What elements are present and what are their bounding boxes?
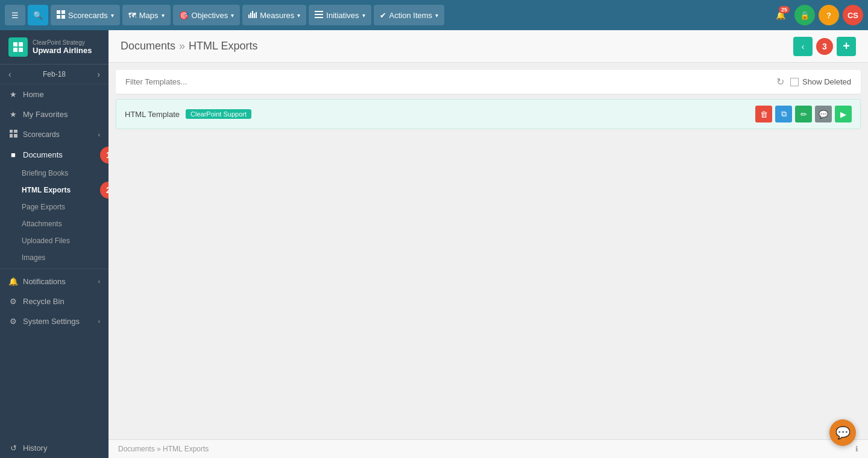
svg-rect-17 — [14, 130, 17, 133]
main-header: Documents » HTML Exports ‹ 3 + — [108, 30, 868, 63]
scorecards-icon — [57, 10, 65, 21]
svg-rect-4 — [248, 14, 250, 18]
sidebar-favorites-label: My Favorites — [23, 110, 68, 119]
action-items-nav-button[interactable]: ✔ Action Items ▾ — [374, 5, 445, 25]
maps-nav-label: Maps — [139, 11, 159, 20]
svg-rect-11 — [315, 17, 323, 18]
lock-button[interactable]: 🔒 — [794, 5, 815, 25]
sidebar-item-scorecards[interactable]: Scorecards ‹ — [0, 124, 108, 145]
initiatives-dropdown-icon: ▾ — [362, 12, 365, 19]
documents-icon: ■ — [8, 150, 18, 159]
template-name: HTML Template — [125, 110, 180, 119]
action-items-dropdown-icon: ▾ — [435, 12, 438, 19]
scorecards-collapse-icon: ‹ — [98, 132, 100, 138]
scorecards-nav-label: Scorecards — [68, 11, 108, 20]
user-initials: CS — [848, 11, 858, 20]
annotation-3: 3 — [816, 38, 833, 55]
sidebar-item-system-settings[interactable]: ⚙ System Settings ‹ — [0, 311, 108, 331]
footer-breadcrumb-html-exports: HTML Exports — [163, 445, 209, 453]
footer-breadcrumb: Documents » HTML Exports — [118, 445, 209, 453]
show-deleted-area: Show Deleted — [790, 77, 851, 86]
delete-template-button[interactable]: 🗑 — [755, 106, 772, 122]
period-label: Feb-18 — [43, 70, 66, 78]
preview-template-button[interactable]: 💬 — [815, 106, 832, 122]
sidebar-item-uploaded-files[interactable]: Uploaded Files — [0, 232, 108, 249]
sidebar-system-settings-label: System Settings — [23, 317, 80, 326]
objectives-nav-label: Objectives — [192, 11, 228, 20]
filter-bar: ↻ Show Deleted — [116, 70, 861, 94]
period-next-arrow[interactable]: › — [97, 69, 100, 79]
svg-rect-18 — [10, 134, 13, 138]
sidebar-item-documents[interactable]: ■ Documents 1 — [0, 145, 108, 165]
history-icon: ↺ — [8, 444, 18, 453]
run-template-button[interactable]: ▶ — [835, 106, 852, 122]
sidebar-item-history[interactable]: ↺ History — [0, 438, 108, 458]
maps-icon: 🗺 — [128, 11, 136, 20]
header-actions: ‹ 3 + — [793, 37, 856, 56]
svg-rect-8 — [256, 12, 257, 18]
svg-rect-2 — [57, 15, 60, 19]
annotation-1: 1 — [100, 147, 108, 164]
objectives-nav-button[interactable]: 🎯 Objectives ▾ — [173, 5, 241, 25]
copy-template-button[interactable]: ⧉ — [775, 106, 792, 122]
initiatives-nav-button[interactable]: Initiatives ▾ — [309, 5, 371, 25]
footer-breadcrumb-separator: » — [157, 445, 161, 453]
svg-rect-13 — [19, 42, 23, 46]
scorecards-nav-button[interactable]: Scorecards ▾ — [51, 5, 120, 25]
notifications-button[interactable]: 🔔 25 — [770, 5, 791, 25]
svg-rect-5 — [250, 13, 251, 18]
sidebar-scorecards-label: Scorecards — [23, 130, 60, 139]
action-items-icon: ✔ — [380, 11, 386, 20]
user-avatar-button[interactable]: CS — [843, 5, 863, 25]
measures-icon — [248, 11, 257, 20]
sidebar-item-home[interactable]: ★ Home — [0, 84, 108, 104]
sidebar-item-page-exports[interactable]: Page Exports — [0, 199, 108, 215]
template-actions: 🗑 ⧉ ✏ 💬 ▶ — [755, 106, 852, 122]
notification-badge: 25 — [779, 6, 790, 13]
refresh-icon[interactable]: ↻ — [776, 76, 784, 87]
help-icon: ? — [826, 11, 831, 20]
sidebar-item-attachments[interactable]: Attachments — [0, 215, 108, 232]
filter-input[interactable] — [125, 77, 770, 86]
action-items-nav-label: Action Items — [389, 11, 433, 20]
top-navigation: ☰ 🔍 Scorecards ▾ 🗺 Maps ▾ 🎯 Objectives ▾… — [0, 0, 868, 30]
sidebar-item-html-exports[interactable]: HTML Exports — [0, 182, 108, 199]
footer-breadcrumb-documents: Documents — [118, 445, 155, 453]
system-settings-collapse-icon: ‹ — [98, 318, 100, 325]
sidebar-documents-label: Documents — [23, 150, 63, 159]
initiatives-nav-label: Initiatives — [326, 11, 359, 20]
main-content: Documents » HTML Exports ‹ 3 + ↻ Show De… — [108, 30, 868, 458]
sidebar-item-briefing-books[interactable]: Briefing Books — [0, 165, 108, 182]
search-button[interactable]: 🔍 — [28, 5, 48, 25]
objectives-dropdown-icon: ▾ — [231, 12, 234, 19]
menu-button[interactable]: ☰ — [5, 5, 25, 25]
sidebar-item-images[interactable]: Images — [0, 249, 108, 266]
svg-rect-1 — [61, 10, 65, 14]
svg-rect-3 — [61, 15, 65, 19]
svg-rect-14 — [13, 48, 17, 52]
notifications-sidebar-icon: 🔔 — [8, 277, 18, 286]
edit-template-button[interactable]: ✏ — [795, 106, 812, 122]
measures-nav-label: Measures — [260, 11, 294, 20]
breadcrumb: Documents » HTML Exports — [121, 40, 257, 52]
scorecards-sidebar-icon — [8, 130, 18, 139]
period-prev-arrow[interactable]: ‹ — [8, 69, 11, 79]
template-tag: ClearPoint Support — [186, 109, 251, 119]
svg-rect-7 — [254, 13, 255, 18]
show-deleted-checkbox[interactable] — [790, 78, 799, 86]
sidebar-item-favorites[interactable]: ★ My Favorites — [0, 104, 108, 124]
sidebar-home-label: Home — [23, 90, 44, 99]
sidebar-item-notifications[interactable]: 🔔 Notifications ‹ — [0, 272, 108, 291]
logo-clearpoint: ClearPoint Strategy — [33, 39, 92, 46]
chat-bubble[interactable]: 💬 — [829, 419, 856, 446]
home-icon: ★ — [8, 90, 18, 99]
add-template-button[interactable]: + — [837, 37, 856, 56]
nav-prev-button[interactable]: ‹ — [793, 37, 813, 56]
recycle-bin-icon: ⚙ — [8, 297, 18, 306]
measures-dropdown-icon: ▾ — [297, 12, 300, 19]
measures-nav-button[interactable]: Measures ▾ — [242, 5, 306, 25]
sidebar-item-recycle-bin[interactable]: ⚙ Recycle Bin — [0, 291, 108, 311]
maps-nav-button[interactable]: 🗺 Maps ▾ — [122, 5, 171, 25]
svg-rect-0 — [57, 10, 60, 14]
help-button[interactable]: ? — [819, 5, 839, 25]
